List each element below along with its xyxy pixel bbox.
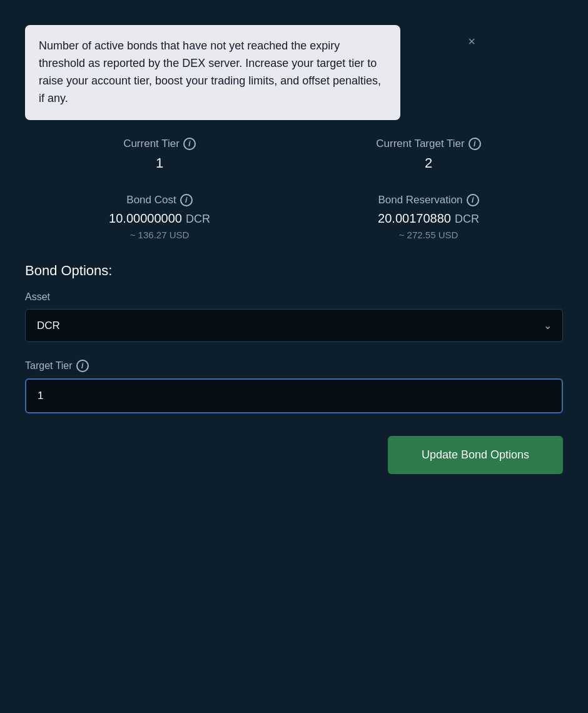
bond-reservation-block: Bond Reservation i 20.00170880DCR ~ 272.… xyxy=(294,194,563,240)
current-target-tier-value: 2 xyxy=(294,155,563,171)
bond-reservation-info-icon[interactable]: i xyxy=(467,194,479,206)
bond-cost-amount: 10.00000000DCR xyxy=(25,211,294,226)
asset-select[interactable]: DCR BTC ETH xyxy=(25,309,563,342)
target-tier-info-icon[interactable]: i xyxy=(76,360,89,372)
current-tier-block: Current Tier i 1 xyxy=(25,138,294,171)
button-row: Update Bond Options xyxy=(25,436,563,474)
bond-cost-block: Bond Cost i 10.00000000DCR ~ 136.27 USD xyxy=(25,194,294,240)
update-bond-options-button[interactable]: Update Bond Options xyxy=(388,436,563,474)
modal-container: Number of active bonds that have not yet… xyxy=(25,25,563,474)
current-tier-info-icon[interactable]: i xyxy=(183,138,196,150)
bond-reservation-usd: ~ 272.55 USD xyxy=(294,230,563,240)
bond-cost-info-icon[interactable]: i xyxy=(180,194,193,206)
asset-select-wrapper: DCR BTC ETH ⌄ xyxy=(25,309,563,342)
close-button[interactable]: × xyxy=(468,35,475,48)
bond-cost-label: Bond Cost i xyxy=(25,194,294,206)
bond-reservation-label: Bond Reservation i xyxy=(294,194,563,206)
bond-reservation-amount: 20.00170880DCR xyxy=(294,211,563,226)
asset-label: Asset xyxy=(25,291,563,303)
bond-options-section: Bond Options: Asset DCR BTC ETH ⌄ Target… xyxy=(25,263,563,474)
cost-row: Bond Cost i 10.00000000DCR ~ 136.27 USD … xyxy=(25,194,563,240)
stats-row: Current Tier i 1 Current Target Tier i 2 xyxy=(25,138,563,171)
current-tier-value: 1 xyxy=(25,155,294,171)
target-tier-input[interactable] xyxy=(25,378,563,413)
tooltip-box: Number of active bonds that have not yet… xyxy=(25,25,400,120)
current-tier-label: Current Tier i xyxy=(25,138,294,150)
current-target-tier-block: Current Target Tier i 2 xyxy=(294,138,563,171)
target-tier-label-row: Target Tier i xyxy=(25,360,563,372)
bond-cost-usd: ~ 136.27 USD xyxy=(25,230,294,240)
bond-options-title: Bond Options: xyxy=(25,263,563,279)
tooltip-text: Number of active bonds that have not yet… xyxy=(39,38,387,108)
current-target-tier-info-icon[interactable]: i xyxy=(469,138,481,150)
current-target-tier-label: Current Target Tier i xyxy=(294,138,563,150)
